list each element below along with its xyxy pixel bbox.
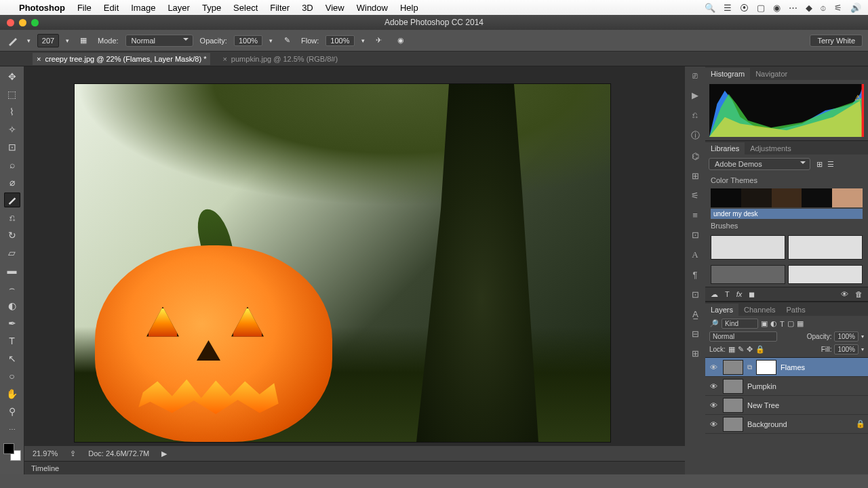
- notification-icon[interactable]: ◉: [773, 3, 781, 13]
- menu-edit[interactable]: Edit: [104, 3, 119, 13]
- panel-icon[interactable]: ⊞: [692, 171, 699, 181]
- panel-icon[interactable]: ⓘ: [691, 129, 700, 142]
- close-tab-icon[interactable]: ×: [222, 55, 226, 63]
- zoom-tool-icon[interactable]: ⚲: [4, 404, 20, 419]
- stamp-tool-icon[interactable]: ⎌: [4, 210, 20, 225]
- brush-tool-indicator-icon[interactable]: [5, 33, 20, 48]
- share-icon[interactable]: ⇪: [70, 449, 76, 458]
- brush-size-input[interactable]: 207: [37, 34, 59, 47]
- layer-thumb[interactable]: [723, 398, 743, 413]
- filter-shape-icon[interactable]: ▢: [787, 319, 794, 328]
- filter-kind-dropdown[interactable]: Kind: [722, 319, 758, 329]
- pressure-size-icon[interactable]: ◉: [393, 33, 408, 48]
- theme-color-swatch[interactable]: [741, 188, 772, 207]
- panel-icon[interactable]: ⊟: [692, 329, 699, 339]
- layer-mask-thumb[interactable]: [756, 360, 776, 375]
- opacity-input[interactable]: 100%: [234, 35, 262, 46]
- brush-tool-icon[interactable]: [4, 192, 20, 207]
- lock-move-icon[interactable]: ✥: [747, 345, 753, 354]
- layer-name[interactable]: New Tree: [747, 401, 779, 409]
- play-icon[interactable]: ▶: [161, 449, 167, 458]
- menu-image[interactable]: Image: [131, 3, 155, 13]
- layer-blend-dropdown[interactable]: Normal: [709, 331, 777, 342]
- layer-thumb[interactable]: [723, 417, 743, 432]
- panel-icon[interactable]: ⌬: [692, 151, 699, 161]
- menu-extra-icon[interactable]: ⋯: [789, 3, 797, 13]
- heal-tool-icon[interactable]: ⌀: [4, 175, 20, 190]
- library-dropdown[interactable]: Adobe Demos: [709, 158, 810, 170]
- record-icon[interactable]: ⦿: [740, 3, 749, 13]
- menu-help[interactable]: Help: [400, 3, 418, 13]
- grid-view-icon[interactable]: ⊞: [816, 160, 823, 168]
- layer-row[interactable]: 👁⧉Flames: [705, 358, 868, 377]
- wifi-icon[interactable]: ⚟: [834, 3, 842, 13]
- brush-preset[interactable]: [788, 235, 863, 260]
- theme-color-swatch[interactable]: [711, 188, 741, 207]
- shape-tool-icon[interactable]: ○: [4, 369, 20, 384]
- brush-panel-icon[interactable]: ▦: [76, 33, 91, 48]
- navigator-tab[interactable]: Navigator: [750, 68, 793, 80]
- eraser-tool-icon[interactable]: ▱: [4, 245, 20, 260]
- text-icon[interactable]: T: [725, 290, 730, 298]
- list-icon[interactable]: ☰: [724, 3, 732, 13]
- blend-mode-dropdown[interactable]: Normal: [125, 35, 193, 47]
- search-icon[interactable]: 🔍: [705, 3, 715, 13]
- menu-filter[interactable]: Filter: [270, 3, 290, 13]
- eyedropper-tool-icon[interactable]: ⌕: [4, 157, 20, 172]
- more-tools-icon[interactable]: ⋯: [4, 422, 20, 436]
- panel-icon[interactable]: ⊡: [692, 230, 699, 240]
- fill-icon[interactable]: ◼: [749, 290, 755, 299]
- libraries-tab[interactable]: Libraries: [705, 142, 745, 155]
- menu-window[interactable]: Window: [357, 3, 388, 13]
- blur-tool-icon[interactable]: ⌢: [4, 281, 20, 296]
- paths-tab[interactable]: Paths: [781, 304, 811, 316]
- tab-creepy-tree[interactable]: × creepy tree.jpg @ 22% (Flames, Layer M…: [33, 53, 210, 65]
- zoom-window-button[interactable]: [31, 19, 39, 26]
- panel-icon[interactable]: A̲: [692, 309, 698, 319]
- lock-trans-icon[interactable]: ▦: [728, 345, 735, 354]
- list-view-icon[interactable]: ☰: [827, 160, 834, 168]
- chevron-down-icon[interactable]: ▾: [361, 37, 365, 44]
- layer-name[interactable]: Flames: [781, 363, 805, 371]
- panel-icon[interactable]: ⊞: [692, 348, 699, 359]
- chevron-down-icon[interactable]: ▾: [27, 37, 31, 44]
- menu-type[interactable]: Type: [202, 3, 221, 13]
- layer-opacity-input[interactable]: 100%: [834, 331, 859, 342]
- cc-icon[interactable]: ◆: [806, 3, 812, 13]
- filter-pixel-icon[interactable]: ▣: [761, 319, 768, 328]
- lock-paint-icon[interactable]: ✎: [738, 345, 744, 354]
- panel-icon[interactable]: ⎚: [692, 70, 698, 81]
- minimize-window-button[interactable]: [19, 19, 26, 26]
- doc-info[interactable]: Doc: 24.6M/72.7M: [88, 449, 149, 458]
- flow-input[interactable]: 100%: [326, 35, 354, 46]
- panel-icon[interactable]: ⎌: [692, 110, 698, 120]
- menu-select[interactable]: Select: [233, 3, 258, 13]
- pressure-opacity-icon[interactable]: ✎: [279, 33, 294, 48]
- panel-icon[interactable]: A: [692, 249, 698, 260]
- fx-icon[interactable]: fx: [736, 290, 743, 298]
- filter-smart-icon[interactable]: ▦: [797, 319, 804, 328]
- layer-thumb[interactable]: [723, 379, 743, 394]
- pen-tool-icon[interactable]: ✒: [4, 316, 20, 331]
- brush-preset[interactable]: [788, 265, 863, 284]
- chevron-down-icon[interactable]: ▾: [861, 346, 864, 352]
- dodge-tool-icon[interactable]: ◐: [4, 298, 20, 313]
- volume-icon[interactable]: 🔊: [850, 3, 861, 13]
- gradient-tool-icon[interactable]: ▬: [4, 263, 20, 278]
- app-name[interactable]: Photoshop: [19, 3, 65, 13]
- histogram-tab[interactable]: Histogram: [705, 68, 750, 80]
- brush-preset[interactable]: [711, 265, 785, 284]
- visibility-toggle-icon[interactable]: 👁: [708, 401, 719, 409]
- panel-icon[interactable]: ▶: [692, 90, 698, 100]
- layer-thumb[interactable]: [723, 360, 743, 375]
- layer-fill-input[interactable]: 100%: [834, 344, 859, 354]
- link-icon[interactable]: ⧉: [747, 363, 752, 371]
- close-window-button[interactable]: [7, 19, 14, 26]
- layers-tab[interactable]: Layers: [705, 304, 738, 316]
- document-canvas[interactable]: [75, 84, 610, 442]
- color-swatches[interactable]: [3, 443, 21, 461]
- bluetooth-icon[interactable]: ⌽: [821, 3, 826, 13]
- color-theme-swatch[interactable]: [711, 188, 863, 207]
- history-brush-icon[interactable]: ↻: [4, 228, 20, 243]
- layer-row[interactable]: 👁Background🔒: [705, 415, 868, 434]
